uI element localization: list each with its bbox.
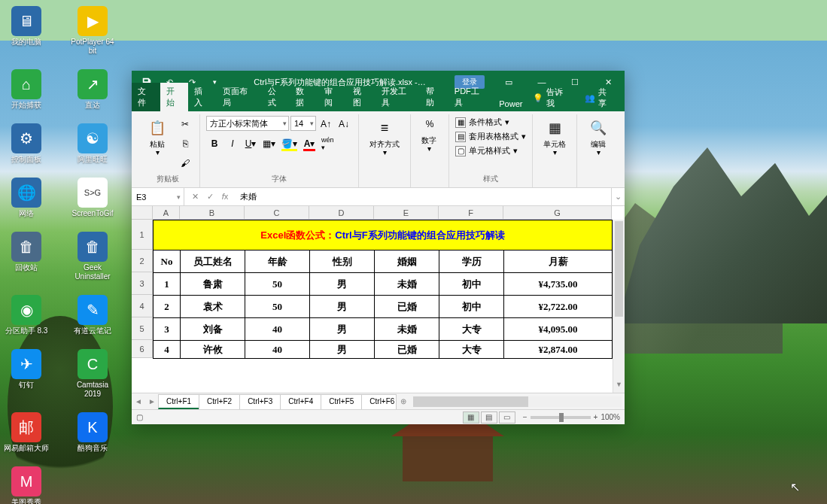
sheet-tab[interactable]: Ctrl+F1 bbox=[158, 394, 199, 409]
desktop-icon[interactable]: CCamtasia 2019 bbox=[69, 349, 116, 399]
desktop-icon[interactable]: 🗑回收站 bbox=[3, 232, 50, 281]
row-header[interactable]: 2 bbox=[132, 250, 153, 272]
column-header[interactable]: G bbox=[503, 206, 612, 220]
font-name-combo[interactable]: 方正小标宋简体 bbox=[206, 116, 289, 131]
cells-button[interactable]: ▦ 单元格▾ bbox=[539, 116, 570, 158]
desktop-icon[interactable]: M美图秀秀 bbox=[3, 466, 50, 504]
enter-formula-icon[interactable]: ✓ bbox=[202, 192, 217, 202]
page-layout-view-icon[interactable]: ▤ bbox=[481, 411, 497, 424]
column-header[interactable]: A bbox=[153, 206, 180, 220]
formula-input[interactable]: 未婚 bbox=[236, 191, 611, 202]
expand-formula-icon[interactable]: ⌄ bbox=[611, 188, 625, 205]
table-header-cell[interactable]: 年龄 bbox=[245, 250, 310, 273]
table-header-cell[interactable]: 学历 bbox=[439, 250, 504, 273]
shrink-font-icon[interactable]: A↓ bbox=[336, 116, 352, 132]
tab-power[interactable]: Power bbox=[493, 96, 528, 111]
table-cell[interactable]: 50 bbox=[245, 273, 310, 296]
page-break-view-icon[interactable]: ▭ bbox=[499, 411, 515, 424]
bold-icon[interactable]: B bbox=[206, 135, 223, 152]
table-cell[interactable]: 已婚 bbox=[375, 296, 439, 318]
zoom-slider[interactable] bbox=[531, 416, 591, 419]
share-button[interactable]: 👥共享 bbox=[580, 84, 619, 111]
tell-me-button[interactable]: 💡告诉我 bbox=[528, 84, 575, 111]
name-box[interactable]: E3 bbox=[132, 188, 184, 205]
sheet-tab[interactable]: Ctrl+F4 bbox=[280, 394, 321, 409]
sheet-tab[interactable]: Ctrl+F3 bbox=[239, 394, 281, 409]
column-header[interactable]: F bbox=[439, 206, 503, 220]
zoom-in-icon[interactable]: + bbox=[594, 413, 598, 421]
sheet-tab[interactable]: Ctrl+F2 bbox=[199, 394, 240, 409]
column-header[interactable]: C bbox=[245, 206, 309, 220]
row-header[interactable]: 5 bbox=[132, 317, 153, 340]
zoom-level[interactable]: 100% bbox=[600, 413, 620, 421]
row-header[interactable]: 3 bbox=[132, 272, 153, 295]
horizontal-scrollbar[interactable] bbox=[413, 396, 622, 407]
table-cell[interactable]: 大专 bbox=[439, 318, 504, 341]
ribbon-display-icon[interactable]: ▭ bbox=[492, 71, 525, 93]
phonetic-icon[interactable]: wén▾ bbox=[319, 135, 336, 152]
tab-help[interactable]: 帮助 bbox=[420, 83, 448, 111]
table-cell[interactable]: 40 bbox=[245, 341, 310, 359]
alignment-button[interactable]: ≡ 对齐方式▾ bbox=[365, 116, 404, 158]
table-cell[interactable]: ¥2,722.00 bbox=[504, 296, 613, 318]
tab-formula[interactable]: 公式 bbox=[262, 83, 290, 111]
select-all-corner[interactable] bbox=[132, 206, 153, 220]
desktop-icon[interactable]: ⚙控制面板 bbox=[3, 123, 50, 164]
fx-icon[interactable]: fx bbox=[217, 192, 233, 202]
desktop-icon[interactable]: ↗直达 bbox=[69, 69, 116, 110]
desktop-icon[interactable]: ⌂开始捕获 bbox=[3, 69, 50, 110]
desktop-icon[interactable]: ▶PotPlayer 64 bit bbox=[69, 6, 116, 56]
number-button[interactable]: 数字▾ bbox=[417, 135, 441, 154]
sheet-nav-prev-icon[interactable]: ◄ bbox=[132, 397, 145, 405]
new-sheet-icon[interactable]: ⊕ bbox=[397, 397, 410, 405]
border-icon[interactable]: ▦▾ bbox=[260, 135, 278, 152]
tab-pdf[interactable]: PDF工具 bbox=[448, 83, 493, 111]
table-cell[interactable]: 鲁肃 bbox=[181, 273, 245, 296]
table-cell[interactable]: ¥4,095.00 bbox=[504, 318, 613, 341]
table-cell[interactable]: 50 bbox=[245, 296, 310, 318]
column-header[interactable]: B bbox=[180, 206, 245, 220]
column-header[interactable]: E bbox=[374, 206, 439, 220]
paste-button[interactable]: 📋 粘贴▾ bbox=[142, 116, 172, 158]
table-header-cell[interactable]: 月薪 bbox=[504, 250, 613, 273]
column-header[interactable]: D bbox=[309, 206, 374, 220]
table-header-cell[interactable]: 婚姻 bbox=[375, 250, 439, 273]
table-cell[interactable]: 男 bbox=[310, 273, 375, 296]
desktop-icon[interactable]: ✎有道云笔记 bbox=[69, 295, 116, 335]
table-header-cell[interactable]: 员工姓名 bbox=[181, 250, 245, 273]
editing-button[interactable]: 🔍 编辑▾ bbox=[583, 116, 613, 158]
table-cell[interactable]: 已婚 bbox=[375, 341, 439, 359]
tab-home[interactable]: 开始 bbox=[160, 83, 189, 111]
sheet-tab[interactable]: Ctrl+F6 bbox=[361, 394, 397, 409]
vertical-scrollbar[interactable]: ▲▼ bbox=[613, 220, 625, 393]
desktop-icon[interactable]: 🌐网络 bbox=[3, 178, 50, 218]
normal-view-icon[interactable]: ▦ bbox=[463, 411, 479, 424]
cancel-formula-icon[interactable]: ✕ bbox=[187, 192, 202, 202]
font-size-combo[interactable]: 14 bbox=[290, 116, 316, 131]
table-title[interactable]: Excel函数公式：Ctrl与F系列功能键的组合应用技巧解读 bbox=[154, 220, 613, 250]
desktop-icon[interactable]: K酷狗音乐 bbox=[69, 412, 116, 453]
table-cell[interactable]: 许攸 bbox=[181, 341, 245, 359]
table-cell[interactable]: ¥2,874.00 bbox=[504, 341, 613, 359]
tab-review[interactable]: 审阅 bbox=[318, 83, 347, 111]
table-cell[interactable]: 大专 bbox=[439, 341, 504, 359]
table-cell[interactable]: 初中 bbox=[439, 296, 504, 318]
tab-dev[interactable]: 开发工具 bbox=[375, 83, 420, 111]
table-cell[interactable]: 40 bbox=[245, 318, 310, 341]
table-cell[interactable]: 男 bbox=[310, 318, 375, 341]
desktop-icon[interactable]: 邮网易邮箱大师 bbox=[3, 412, 50, 453]
table-cell[interactable]: 刘备 bbox=[181, 318, 245, 341]
row-header[interactable]: 4 bbox=[132, 295, 153, 317]
table-cell[interactable]: 男 bbox=[310, 341, 375, 359]
desktop-icon[interactable]: 🗑Geek Uninstaller bbox=[69, 232, 116, 281]
format-painter-icon[interactable]: 🖌 bbox=[177, 155, 193, 172]
zoom-out-icon[interactable]: − bbox=[523, 413, 528, 421]
conditional-format-button[interactable]: ▦条件格式 ▾ bbox=[455, 116, 509, 129]
cell-styles-button[interactable]: ▢单元格样式 ▾ bbox=[455, 144, 518, 157]
table-cell[interactable]: 初中 bbox=[439, 273, 504, 296]
tab-view[interactable]: 视图 bbox=[347, 83, 375, 111]
underline-icon[interactable]: U▾ bbox=[242, 135, 259, 152]
font-color-icon[interactable]: A▾ bbox=[301, 135, 318, 152]
row-header[interactable]: 1 bbox=[132, 220, 153, 250]
tab-file[interactable]: 文件 bbox=[132, 83, 160, 111]
